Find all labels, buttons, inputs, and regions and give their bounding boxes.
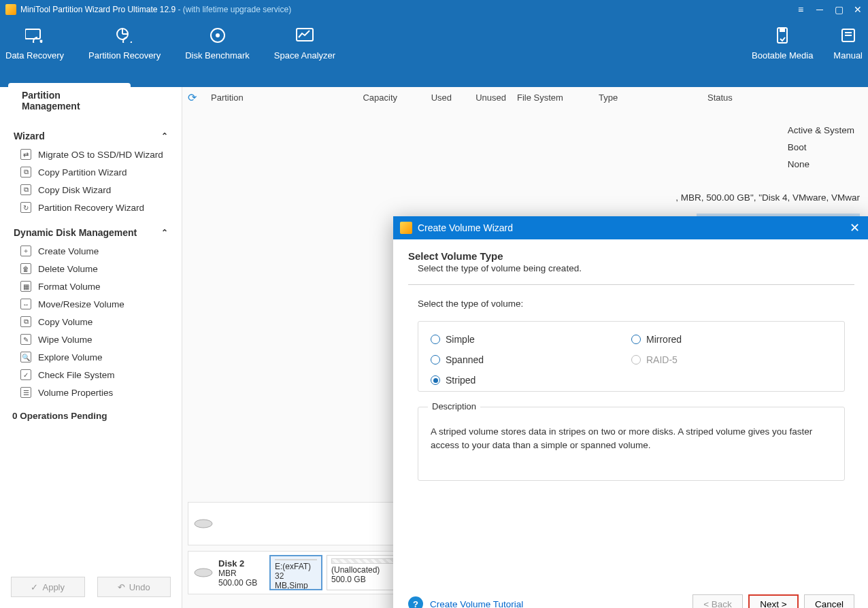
tool-partition-recovery[interactable]: Partition Recovery — [88, 27, 161, 61]
tool-label: Bootable Media — [752, 50, 813, 61]
tool-disk-benchmark[interactable]: Disk Benchmark — [185, 27, 250, 61]
radio-spanned[interactable]: Spanned — [431, 354, 631, 365]
status-column: Active & System Boot None — [788, 125, 854, 169]
sidebar-item-migrate-os[interactable]: ⇄Migrate OS to SSD/HD Wizard — [0, 146, 182, 163]
close-icon[interactable]: ✕ — [853, 5, 863, 14]
status-none: None — [788, 159, 854, 169]
partition-label: E:(exFAT) — [275, 562, 317, 571]
maximize-icon[interactable]: ▢ — [834, 5, 844, 14]
svg-point-11 — [195, 569, 212, 577]
disk-icon — [188, 567, 218, 579]
radio-label: RAID-5 — [646, 354, 678, 365]
description-box: Description A striped volume stores data… — [418, 407, 845, 481]
tab-partition-management[interactable]: Partition Management — [8, 83, 131, 118]
apply-button[interactable]: ✓Apply — [11, 577, 85, 597]
col-unused[interactable]: Unused — [457, 92, 512, 103]
check-icon: ✓ — [31, 582, 38, 592]
radio-simple[interactable]: Simple — [431, 334, 631, 345]
sidebar-item-label: Copy Partition Wizard — [38, 167, 127, 178]
sidebar-item-label: Volume Properties — [38, 388, 113, 398]
sidebar-item-wipe-volume[interactable]: ✎Wipe Volume — [0, 331, 182, 348]
dialog-icon — [400, 222, 412, 234]
sidebar-item-check-fs[interactable]: ✓Check File System — [0, 366, 182, 384]
radio-icon — [431, 375, 440, 385]
sidebar-item-label: Create Volume — [38, 246, 99, 256]
svg-rect-6 — [780, 28, 785, 32]
col-used[interactable]: Used — [403, 92, 457, 103]
col-type[interactable]: Type — [593, 92, 702, 103]
sidebar-item-copy-partition[interactable]: ⧉Copy Partition Wizard — [0, 163, 182, 181]
status-boot: Boot — [788, 142, 854, 152]
sidebar-item-create-volume[interactable]: ＋Create Volume — [0, 242, 182, 260]
undo-button[interactable]: ↶Undo — [97, 577, 171, 597]
minimize-icon[interactable]: ─ — [815, 5, 824, 14]
tool-data-recovery[interactable]: Data Recovery — [5, 27, 64, 61]
col-partition[interactable]: Partition — [205, 92, 321, 103]
partition-e-exfat[interactable]: E:(exFAT) 32 MB,Simp — [269, 555, 322, 590]
migrate-icon: ⇄ — [20, 149, 31, 160]
window-controls: ≡ ─ ▢ ✕ — [796, 5, 863, 14]
sidebar-item-copy-volume[interactable]: ⧉Copy Volume — [0, 313, 182, 331]
radio-icon — [431, 355, 440, 365]
dialog-subheading: Select the type of volume being created. — [418, 263, 854, 273]
dialog-body: Select Volume Type Select the type of vo… — [393, 239, 868, 481]
recovery-icon: ↻ — [20, 202, 31, 213]
dynamic-disk-header[interactable]: Dynamic Disk Management ⌃ — [0, 222, 182, 242]
col-status[interactable]: Status — [702, 92, 804, 103]
section-wizard: Wizard ⌃ ⇄Migrate OS to SSD/HD Wizard ⧉C… — [0, 122, 182, 219]
workspace: Partition Management Wizard ⌃ ⇄Migrate O… — [0, 87, 868, 608]
sidebar-item-label: Migrate OS to SSD/HD Wizard — [38, 150, 163, 160]
tool-space-analyzer[interactable]: Space Analyzer — [274, 27, 335, 61]
col-filesystem[interactable]: File System — [512, 92, 593, 103]
data-recovery-icon — [25, 27, 44, 44]
sidebar-item-partition-recovery[interactable]: ↻Partition Recovery Wizard — [0, 199, 182, 216]
menu-icon[interactable]: ≡ — [796, 5, 805, 14]
check-icon: ✓ — [20, 369, 31, 380]
main-toolbar: Data Recovery Partition Recovery Disk Be… — [0, 19, 868, 87]
disk-size: 500.00 GB — [218, 578, 257, 588]
wizard-header[interactable]: Wizard ⌃ — [0, 125, 182, 146]
status-active-system: Active & System — [788, 125, 854, 135]
operations-pending: 0 Operations Pending — [0, 404, 182, 428]
resize-icon: ↔ — [20, 299, 31, 309]
next-button[interactable]: Next > — [748, 594, 799, 608]
main-area: Partition Management Wizard ⌃ ⇄Migrate O… — [0, 87, 868, 608]
radio-mirrored[interactable]: Mirrored — [631, 334, 832, 345]
sidebar-item-format-volume[interactable]: ▦Format Volume — [0, 277, 182, 295]
apply-label: Apply — [42, 582, 65, 592]
section-dynamic-disk: Dynamic Disk Management ⌃ ＋Create Volume… — [0, 219, 182, 404]
partition-size: 32 MB,Simp — [275, 571, 317, 590]
dialog-title: Create Volume Wizard — [418, 222, 513, 233]
partition-recovery-icon — [115, 27, 134, 44]
sidebar-item-label: Check File System — [38, 370, 115, 380]
tool-bootable-media[interactable]: Bootable Media — [752, 27, 813, 61]
sidebar-item-delete-volume[interactable]: 🗑Delete Volume — [0, 260, 182, 277]
radio-striped[interactable]: Striped — [431, 375, 631, 386]
refresh-icon[interactable]: ⟳ — [188, 91, 201, 104]
radio-label: Mirrored — [646, 334, 682, 345]
svg-point-3 — [216, 33, 220, 37]
sidebar-item-copy-disk[interactable]: ⧉Copy Disk Wizard — [0, 181, 182, 199]
sidebar-item-label: Copy Volume — [38, 317, 93, 327]
col-capacity[interactable]: Capacity — [321, 92, 403, 103]
sidebar-item-explore-volume[interactable]: 🔍Explore Volume — [0, 348, 182, 366]
tool-manual[interactable]: Manual — [833, 27, 863, 61]
volume-type-group: Simple Mirrored Spanned RAID-5 Striped — [418, 321, 845, 392]
radio-label: Simple — [446, 334, 475, 345]
tool-label: Partition Recovery — [88, 50, 161, 61]
undo-label: Undo — [129, 582, 150, 592]
sidebar-item-label: Move/Resize Volume — [38, 299, 124, 309]
tool-label: Space Analyzer — [274, 50, 335, 61]
disk-name: Disk 2 — [218, 558, 244, 569]
help-icon[interactable]: ? — [408, 596, 423, 608]
wipe-icon: ✎ — [20, 334, 31, 345]
title-suffix: - (with lifetime upgrade service) — [176, 5, 291, 14]
radio-icon — [431, 335, 440, 344]
tutorial-link[interactable]: Create Volume Tutorial — [430, 599, 523, 609]
sidebar-item-volume-props[interactable]: ☰Volume Properties — [0, 384, 182, 401]
description-legend: Description — [428, 401, 480, 411]
dialog-close-icon[interactable]: ✕ — [847, 220, 863, 235]
cancel-button[interactable]: Cancel — [804, 594, 854, 608]
sidebar-item-move-resize[interactable]: ↔Move/Resize Volume — [0, 295, 182, 313]
toolbar-right: Bootable Media Manual — [752, 27, 863, 61]
